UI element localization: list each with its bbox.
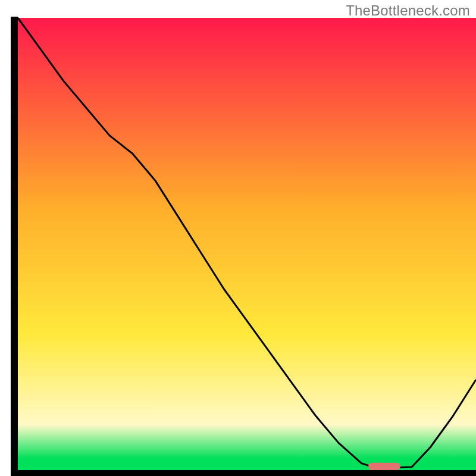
watermark-text: TheBottleneck.com	[346, 2, 470, 19]
gradient-background	[18, 18, 476, 470]
x-axis	[11, 470, 476, 476]
optimum-marker	[368, 463, 400, 470]
y-axis	[11, 17, 18, 476]
chart-frame: { "watermark": "TheBottleneck.com", "col…	[0, 0, 476, 476]
bottleneck-chart	[0, 0, 476, 476]
